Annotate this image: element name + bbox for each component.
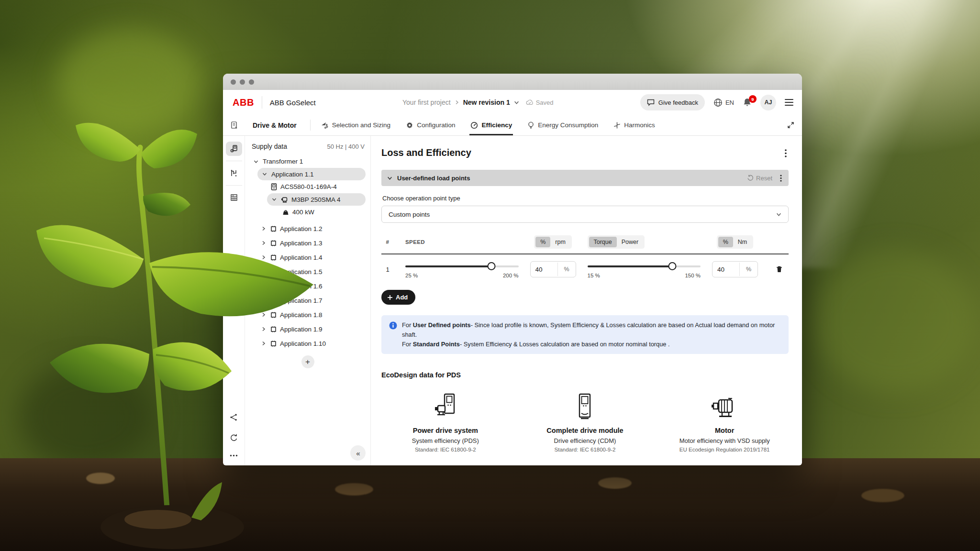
tree-item-application-1-4[interactable]: Application 1.4 bbox=[245, 250, 370, 264]
torque-slider: 15 % 150 % bbox=[588, 261, 701, 277]
add-application-button[interactable]: + bbox=[301, 355, 314, 368]
tree-item-load[interactable]: 400 kW bbox=[245, 206, 370, 219]
point-row-1: 1 25 % 200 % % bbox=[381, 254, 789, 279]
delete-row-button[interactable] bbox=[774, 264, 785, 275]
window-titlebar[interactable] bbox=[223, 74, 802, 90]
torque-value-input[interactable] bbox=[713, 266, 739, 273]
window-zoom-button[interactable] bbox=[249, 79, 254, 85]
tree-item-application-1-8[interactable]: Application 1.8 bbox=[245, 308, 370, 322]
tree-item-label: Application 1.10 bbox=[280, 340, 326, 347]
torque-unit-percent[interactable]: % bbox=[718, 237, 733, 247]
saved-label: Saved bbox=[536, 99, 554, 106]
share-icon[interactable] bbox=[230, 413, 238, 421]
tree-item-label: Application 1.1 bbox=[271, 171, 314, 178]
accordion-options-button[interactable] bbox=[778, 173, 784, 184]
breadcrumb-revision[interactable]: New revision 1 bbox=[463, 99, 510, 106]
chevron-right-icon bbox=[261, 284, 266, 288]
avatar[interactable]: AJ bbox=[760, 95, 776, 110]
tree-item-application-1-10[interactable]: Application 1.10 bbox=[245, 336, 370, 351]
points-table-header: # SPEED % rpm Torque Power % Nm bbox=[381, 235, 789, 253]
language-selector[interactable]: EN bbox=[713, 98, 734, 107]
rail-cabling-button[interactable] bbox=[226, 166, 242, 180]
tree-item-label: Application 1.2 bbox=[280, 225, 323, 232]
chevron-right-icon bbox=[261, 312, 266, 317]
window-minimize-button[interactable] bbox=[240, 79, 245, 85]
tree-item-application-1-2[interactable]: Application 1.2 bbox=[245, 221, 370, 236]
torque-unit-nm[interactable]: Nm bbox=[733, 237, 752, 247]
supply-data-label: Supply data bbox=[252, 143, 287, 150]
tree-item-label: Application 1.8 bbox=[280, 311, 323, 319]
table-row: CDM IE class IE2 bbox=[521, 463, 649, 465]
torque-value-box: % bbox=[712, 261, 758, 277]
row-number: 1 bbox=[381, 266, 394, 273]
harmonics-icon bbox=[613, 121, 621, 129]
more-options-icon[interactable] bbox=[230, 454, 238, 457]
tab-energy-consumption[interactable]: Energy Consumption bbox=[520, 115, 606, 135]
notifications-button[interactable]: 9 bbox=[743, 98, 752, 107]
info-banner: For User Defined points- Since load prof… bbox=[381, 315, 789, 354]
card-description: Drive efficiency (CDM) bbox=[521, 437, 649, 444]
chevron-down-icon[interactable] bbox=[514, 100, 519, 105]
abb-logo: ABB bbox=[233, 97, 254, 108]
card-motor: Motor Motor efficiency with VSD supply E… bbox=[660, 391, 789, 452]
operation-point-type-select[interactable]: Custom points bbox=[381, 206, 789, 223]
chevron-down-icon bbox=[262, 172, 267, 176]
tree-item-motor[interactable]: M3BP 250SMA 4 bbox=[267, 193, 366, 206]
info-text: - System Efficiency & Losses calculation… bbox=[460, 341, 670, 348]
project-tree-panel: Supply data 50 Hz | 400 V Transformer 1 … bbox=[245, 136, 371, 465]
slider-handle[interactable] bbox=[487, 262, 495, 270]
tab-configuration[interactable]: Configuration bbox=[398, 115, 463, 135]
ecodesign-cards: Power drive system System efficiency (PD… bbox=[381, 391, 789, 452]
menu-button[interactable] bbox=[785, 99, 793, 106]
rail-drive-motor-button[interactable] bbox=[226, 142, 242, 156]
slider-handle[interactable] bbox=[668, 262, 676, 270]
fullscreen-button[interactable] bbox=[787, 115, 802, 135]
tree-item-application-1-7[interactable]: Application 1.7 bbox=[245, 293, 370, 308]
speed-unit-rpm[interactable]: rpm bbox=[550, 237, 570, 247]
project-notes-icon[interactable] bbox=[223, 115, 245, 135]
header-actions: Give feedback EN 9 AJ bbox=[640, 94, 793, 110]
add-point-button[interactable]: Add bbox=[381, 290, 415, 305]
rail-layout-button[interactable] bbox=[226, 190, 242, 205]
speed-slider: 25 % 200 % bbox=[405, 261, 519, 277]
app-body: Supply data 50 Hz | 400 V Transformer 1 … bbox=[223, 136, 802, 465]
mode-torque[interactable]: Torque bbox=[589, 237, 617, 247]
slider-max-label: 200 % bbox=[503, 273, 519, 278]
load-icon bbox=[282, 209, 289, 215]
cdm-table: CDM IE class IE2 Relative losses 2.6% Ab… bbox=[521, 463, 649, 465]
tab-harmonics[interactable]: Harmonics bbox=[606, 115, 663, 135]
torque-unit-toggle: % Nm bbox=[717, 235, 754, 249]
user-defined-load-points-accordion[interactable]: User-defined load points Reset bbox=[381, 170, 789, 186]
speed-value-input[interactable] bbox=[531, 266, 557, 273]
chevron-right-icon bbox=[261, 226, 266, 231]
refresh-icon[interactable] bbox=[230, 434, 238, 442]
tree-item-application-1-5[interactable]: Application 1.5 bbox=[245, 264, 370, 279]
tree-item-transformer[interactable]: Transformer 1 bbox=[245, 155, 370, 168]
tree-item-application-1-6[interactable]: Application 1.6 bbox=[245, 279, 370, 293]
supply-data-row[interactable]: Supply data 50 Hz | 400 V bbox=[245, 141, 370, 155]
table-row: Motor IE class IE2 bbox=[660, 463, 789, 465]
tree-item-application-1-3[interactable]: Application 1.3 bbox=[245, 236, 370, 250]
speed-unit-percent[interactable]: % bbox=[535, 237, 550, 247]
window-close-button[interactable] bbox=[231, 79, 236, 85]
tree-item-label: Transformer 1 bbox=[263, 158, 303, 165]
tab-efficiency[interactable]: Efficiency bbox=[463, 115, 520, 135]
tab-label: Efficiency bbox=[481, 121, 512, 129]
application-icon bbox=[270, 283, 277, 289]
give-feedback-button[interactable]: Give feedback bbox=[640, 94, 705, 110]
tab-drive-and-motor[interactable]: Drive & Motor bbox=[245, 115, 307, 135]
icon-rail bbox=[223, 136, 245, 465]
page-options-button[interactable] bbox=[783, 147, 789, 159]
tree-item-application-1-9[interactable]: Application 1.9 bbox=[245, 322, 370, 336]
card-standard: EU Ecodesign Regulation 2019/1781 bbox=[660, 447, 789, 452]
give-feedback-label: Give feedback bbox=[658, 99, 698, 106]
mode-power[interactable]: Power bbox=[617, 237, 643, 247]
reset-button[interactable]: Reset bbox=[747, 175, 772, 182]
tree-item-application-1-1[interactable]: Application 1.1 bbox=[257, 168, 366, 180]
breadcrumb-project[interactable]: Your first project bbox=[402, 99, 451, 106]
bokeh-highlight bbox=[813, 249, 976, 392]
rail-divider bbox=[226, 161, 242, 161]
tab-selection-and-sizing[interactable]: Selection and Sizing bbox=[313, 115, 398, 135]
tree-item-drive[interactable]: ACS580-01-169A-4 bbox=[245, 180, 370, 193]
collapse-sidebar-button[interactable]: « bbox=[350, 445, 366, 461]
